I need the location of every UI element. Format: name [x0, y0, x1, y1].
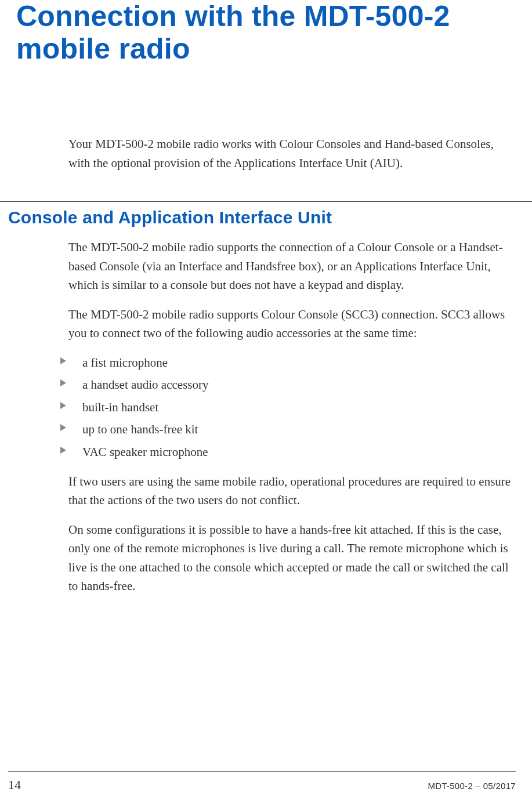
page-footer: 14 MDT-500-2 – 05/2017: [0, 771, 532, 792]
paragraph: The MDT-500-2 mobile radio supports the …: [68, 238, 516, 295]
section-body: The MDT-500-2 mobile radio supports the …: [0, 227, 532, 596]
list-item: built-in handset: [68, 398, 516, 417]
list-item: VAC speaker microphone: [68, 443, 516, 462]
triangle-bullet-icon: [60, 402, 66, 409]
page-title: Connection with the MDT-500-2 mobile rad…: [0, 0, 532, 65]
triangle-bullet-icon: [60, 447, 66, 454]
list-item: a handset audio accessory: [68, 375, 516, 394]
paragraph: If two users are using the same mobile r…: [68, 472, 516, 510]
document-id: MDT-500-2 – 05/2017: [428, 781, 516, 791]
intro-paragraph: Your MDT-500-2 mobile radio works with C…: [0, 135, 532, 172]
footer-divider: [8, 771, 516, 772]
triangle-bullet-icon: [60, 379, 66, 386]
triangle-bullet-icon: [60, 424, 66, 431]
list-item-label: VAC speaker microphone: [82, 445, 208, 459]
list-item-label: up to one hands-free kit: [82, 422, 198, 436]
list-item-label: a handset audio accessory: [82, 378, 209, 392]
section-heading: Console and Application Interface Unit: [0, 202, 532, 227]
list-item-label: a fist microphone: [82, 356, 168, 370]
list-item-label: built-in handset: [82, 400, 158, 414]
paragraph: The MDT-500-2 mobile radio supports Colo…: [68, 305, 516, 343]
list-item: up to one hands-free kit: [68, 420, 516, 439]
list-item: a fist microphone: [68, 353, 516, 372]
paragraph: On some configurations it is possible to…: [68, 520, 516, 596]
triangle-bullet-icon: [60, 357, 66, 364]
page-number: 14: [8, 777, 21, 792]
bullet-list: a fist microphone a handset audio access…: [68, 353, 516, 462]
